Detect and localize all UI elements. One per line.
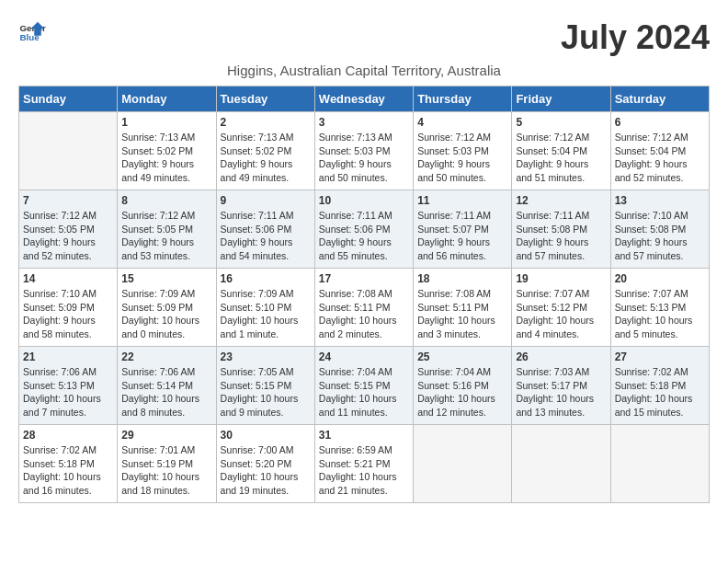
logo: General Blue (18, 18, 46, 46)
calendar-cell: 23Sunrise: 7:05 AM Sunset: 5:15 PM Dayli… (216, 347, 314, 425)
calendar-cell: 26Sunrise: 7:03 AM Sunset: 5:17 PM Dayli… (512, 347, 610, 425)
day-number: 18 (417, 272, 507, 285)
calendar-cell: 2Sunrise: 7:13 AM Sunset: 5:02 PM Daylig… (216, 112, 314, 190)
calendar-cell: 12Sunrise: 7:11 AM Sunset: 5:08 PM Dayli… (512, 190, 610, 269)
calendar-cell: 16Sunrise: 7:09 AM Sunset: 5:10 PM Dayli… (216, 269, 314, 347)
day-info: Sunrise: 7:13 AM Sunset: 5:02 PM Dayligh… (221, 131, 311, 185)
day-info: Sunrise: 6:59 AM Sunset: 5:21 PM Dayligh… (319, 443, 409, 498)
day-info: Sunrise: 7:13 AM Sunset: 5:02 PM Dayligh… (121, 131, 211, 185)
calendar-cell: 15Sunrise: 7:09 AM Sunset: 5:09 PM Dayli… (118, 269, 216, 347)
day-info: Sunrise: 7:12 AM Sunset: 5:03 PM Dayligh… (417, 131, 507, 185)
day-number: 17 (319, 272, 409, 285)
day-number: 31 (319, 429, 409, 442)
day-info: Sunrise: 7:07 AM Sunset: 5:13 PM Dayligh… (615, 287, 705, 341)
title-area: July 2024 (561, 18, 710, 57)
calendar-cell: 19Sunrise: 7:07 AM Sunset: 5:12 PM Dayli… (512, 269, 610, 347)
calendar-cell: 13Sunrise: 7:10 AM Sunset: 5:08 PM Dayli… (610, 190, 709, 269)
calendar-day-header: Sunday (19, 86, 118, 112)
day-number: 28 (23, 429, 113, 442)
calendar-cell: 20Sunrise: 7:07 AM Sunset: 5:13 PM Dayli… (610, 269, 709, 347)
day-info: Sunrise: 7:11 AM Sunset: 5:06 PM Dayligh… (319, 209, 409, 263)
calendar-cell: 27Sunrise: 7:02 AM Sunset: 5:18 PM Dayli… (610, 347, 709, 425)
day-info: Sunrise: 7:04 AM Sunset: 5:15 PM Dayligh… (319, 365, 409, 419)
calendar-week-row: 21Sunrise: 7:06 AM Sunset: 5:13 PM Dayli… (19, 347, 710, 425)
page-header: General Blue July 2024 (18, 18, 710, 57)
day-info: Sunrise: 7:01 AM Sunset: 5:19 PM Dayligh… (121, 443, 211, 498)
calendar-cell: 24Sunrise: 7:04 AM Sunset: 5:15 PM Dayli… (314, 347, 413, 425)
day-number: 24 (319, 350, 409, 363)
day-info: Sunrise: 7:10 AM Sunset: 5:08 PM Dayligh… (615, 209, 705, 263)
day-info: Sunrise: 7:12 AM Sunset: 5:05 PM Dayligh… (121, 209, 211, 263)
calendar-day-header: Wednesday (314, 86, 413, 112)
calendar-day-header: Friday (512, 86, 610, 112)
logo-icon: General Blue (18, 18, 46, 46)
location-subtitle: Higgins, Australian Capital Territory, A… (18, 63, 710, 78)
day-info: Sunrise: 7:08 AM Sunset: 5:11 PM Dayligh… (417, 287, 507, 341)
day-info: Sunrise: 7:02 AM Sunset: 5:18 PM Dayligh… (23, 443, 113, 498)
day-info: Sunrise: 7:09 AM Sunset: 5:10 PM Dayligh… (221, 287, 311, 341)
calendar-cell: 18Sunrise: 7:08 AM Sunset: 5:11 PM Dayli… (414, 269, 512, 347)
calendar-cell: 17Sunrise: 7:08 AM Sunset: 5:11 PM Dayli… (314, 269, 413, 347)
day-number: 3 (319, 116, 409, 129)
calendar-cell: 9Sunrise: 7:11 AM Sunset: 5:06 PM Daylig… (216, 190, 314, 269)
day-number: 11 (417, 194, 507, 207)
calendar-week-row: 1Sunrise: 7:13 AM Sunset: 5:02 PM Daylig… (19, 112, 710, 190)
day-number: 14 (23, 272, 113, 285)
day-number: 13 (615, 194, 705, 207)
day-number: 9 (221, 194, 311, 207)
day-number: 27 (615, 350, 705, 363)
calendar-cell: 22Sunrise: 7:06 AM Sunset: 5:14 PM Dayli… (118, 347, 216, 425)
calendar-cell (414, 425, 512, 503)
calendar-cell: 8Sunrise: 7:12 AM Sunset: 5:05 PM Daylig… (118, 190, 216, 269)
day-number: 25 (417, 350, 507, 363)
day-number: 4 (417, 116, 507, 129)
day-info: Sunrise: 7:11 AM Sunset: 5:08 PM Dayligh… (516, 209, 606, 263)
calendar-table: SundayMondayTuesdayWednesdayThursdayFrid… (18, 86, 710, 503)
calendar-cell: 4Sunrise: 7:12 AM Sunset: 5:03 PM Daylig… (414, 112, 512, 190)
day-number: 6 (615, 116, 705, 129)
day-number: 23 (221, 350, 311, 363)
day-number: 7 (23, 194, 113, 207)
calendar-day-header: Tuesday (216, 86, 314, 112)
day-number: 2 (221, 116, 311, 129)
calendar-day-header: Thursday (414, 86, 512, 112)
calendar-week-row: 7Sunrise: 7:12 AM Sunset: 5:05 PM Daylig… (19, 190, 710, 269)
day-info: Sunrise: 7:12 AM Sunset: 5:04 PM Dayligh… (516, 131, 606, 185)
day-info: Sunrise: 7:12 AM Sunset: 5:05 PM Dayligh… (23, 209, 113, 263)
day-number: 26 (516, 350, 606, 363)
calendar-cell: 3Sunrise: 7:13 AM Sunset: 5:03 PM Daylig… (314, 112, 413, 190)
calendar-header-row: SundayMondayTuesdayWednesdayThursdayFrid… (19, 86, 710, 112)
calendar-cell: 21Sunrise: 7:06 AM Sunset: 5:13 PM Dayli… (19, 347, 118, 425)
day-number: 16 (221, 272, 311, 285)
day-number: 1 (121, 116, 211, 129)
calendar-cell: 6Sunrise: 7:12 AM Sunset: 5:04 PM Daylig… (610, 112, 709, 190)
day-number: 10 (319, 194, 409, 207)
day-info: Sunrise: 7:12 AM Sunset: 5:04 PM Dayligh… (615, 131, 705, 185)
day-info: Sunrise: 7:09 AM Sunset: 5:09 PM Dayligh… (121, 287, 211, 341)
calendar-day-header: Saturday (610, 86, 709, 112)
day-number: 29 (121, 429, 211, 442)
calendar-cell (512, 425, 610, 503)
day-number: 22 (121, 350, 211, 363)
calendar-cell: 25Sunrise: 7:04 AM Sunset: 5:16 PM Dayli… (414, 347, 512, 425)
day-info: Sunrise: 7:13 AM Sunset: 5:03 PM Dayligh… (319, 131, 409, 185)
day-info: Sunrise: 7:05 AM Sunset: 5:15 PM Dayligh… (221, 365, 311, 419)
day-number: 8 (121, 194, 211, 207)
month-year-title: July 2024 (561, 18, 710, 57)
calendar-cell: 11Sunrise: 7:11 AM Sunset: 5:07 PM Dayli… (414, 190, 512, 269)
calendar-cell: 29Sunrise: 7:01 AM Sunset: 5:19 PM Dayli… (118, 425, 216, 503)
calendar-cell (19, 112, 118, 190)
calendar-cell: 5Sunrise: 7:12 AM Sunset: 5:04 PM Daylig… (512, 112, 610, 190)
calendar-cell: 14Sunrise: 7:10 AM Sunset: 5:09 PM Dayli… (19, 269, 118, 347)
day-info: Sunrise: 7:02 AM Sunset: 5:18 PM Dayligh… (615, 365, 705, 419)
day-info: Sunrise: 7:11 AM Sunset: 5:07 PM Dayligh… (417, 209, 507, 263)
day-info: Sunrise: 7:10 AM Sunset: 5:09 PM Dayligh… (23, 287, 113, 341)
calendar-cell: 1Sunrise: 7:13 AM Sunset: 5:02 PM Daylig… (118, 112, 216, 190)
calendar-cell: 28Sunrise: 7:02 AM Sunset: 5:18 PM Dayli… (19, 425, 118, 503)
day-info: Sunrise: 7:00 AM Sunset: 5:20 PM Dayligh… (221, 443, 311, 498)
calendar-cell: 10Sunrise: 7:11 AM Sunset: 5:06 PM Dayli… (314, 190, 413, 269)
calendar-cell (610, 425, 709, 503)
day-info: Sunrise: 7:06 AM Sunset: 5:13 PM Dayligh… (23, 365, 113, 419)
calendar-week-row: 14Sunrise: 7:10 AM Sunset: 5:09 PM Dayli… (19, 269, 710, 347)
day-number: 20 (615, 272, 705, 285)
